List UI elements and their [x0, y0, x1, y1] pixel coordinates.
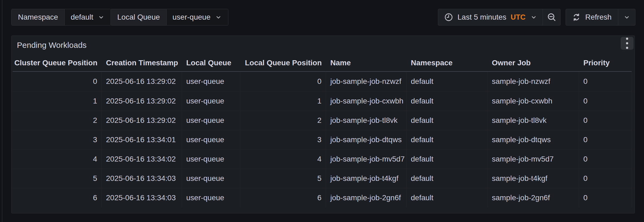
viewport-left-divider: [2, 0, 2, 222]
table-cell: job-sample-job-t4kgf: [326, 169, 407, 188]
column-header-owner-job[interactable]: Owner Job: [488, 55, 579, 71]
column-header-name[interactable]: Name: [326, 55, 407, 71]
table-cell: user-queue: [182, 149, 240, 169]
table-cell: user-queue: [182, 188, 240, 207]
table-cell: 5: [13, 169, 102, 188]
table-cell: user-queue: [182, 130, 240, 149]
table-cell: sample-job-nzwzf: [488, 72, 579, 91]
table-header-row: Cluster Queue PositionCreation Timestamp…: [13, 55, 632, 72]
refresh-button[interactable]: Refresh: [566, 9, 618, 25]
timezone-label: UTC: [511, 13, 526, 22]
table-cell: default: [407, 149, 488, 169]
table-cell: default: [407, 169, 488, 188]
table-cell: 0: [579, 130, 632, 149]
namespace-variable-label: Namespace: [12, 9, 64, 25]
table-cell: 2025-06-16 13:34:01: [102, 130, 182, 149]
table-cell: user-queue: [182, 91, 240, 110]
table-cell: 1: [13, 91, 102, 110]
zoom-out-button[interactable]: [543, 9, 560, 25]
table-cell: job-sample-job-cxwbh: [326, 91, 407, 110]
time-picker-group: Last 5 minutes UTC: [438, 9, 561, 26]
table-cell: 0: [240, 72, 326, 91]
kebab-menu-icon: [626, 38, 628, 40]
time-range-button[interactable]: Last 5 minutes UTC: [438, 9, 543, 25]
table-cell: default: [407, 72, 488, 91]
column-header-namespace[interactable]: Namespace: [407, 55, 488, 71]
table-cell: 3: [13, 130, 102, 149]
table-cell: user-queue: [182, 72, 240, 91]
table-cell: user-queue: [182, 111, 240, 130]
time-range-label: Last 5 minutes: [458, 13, 506, 22]
chevron-down-icon: [530, 13, 537, 21]
table-cell: sample-job-cxwbh: [488, 91, 579, 110]
table-cell: 2025-06-16 13:29:02: [102, 111, 182, 130]
table-body: 02025-06-16 13:29:02user-queue0job-sampl…: [13, 72, 632, 207]
namespace-variable-value: default: [71, 13, 93, 22]
table-cell: sample-job-tl8vk: [488, 111, 579, 130]
table-cell: default: [407, 91, 488, 110]
table-cell: 4: [240, 149, 326, 169]
table-cell: 2: [240, 111, 326, 130]
table-cell: user-queue: [182, 169, 240, 188]
panel-menu-button[interactable]: [621, 37, 634, 50]
table-cell: 0: [579, 169, 632, 188]
clock-icon: [444, 13, 453, 22]
table-cell: job-sample-job-mv5d7: [326, 149, 407, 169]
table-cell: 5: [240, 169, 326, 188]
table-cell: 0: [579, 188, 632, 207]
table-cell: default: [407, 111, 488, 130]
table-cell: job-sample-job-2gn6f: [326, 188, 407, 207]
table-cell: 4: [13, 149, 102, 169]
table-cell: 0: [579, 111, 632, 130]
magnifier-minus-icon: [547, 12, 557, 22]
sync-icon: [572, 13, 581, 22]
pending-workloads-table: Cluster Queue PositionCreation Timestamp…: [13, 55, 632, 207]
table-cell: 0: [579, 72, 632, 91]
table-row: 22025-06-16 13:29:02user-queue2job-sampl…: [13, 110, 632, 130]
table-cell: 2025-06-16 13:34:02: [102, 149, 182, 169]
pending-workloads-panel: Pending Workloads Cluster Queue Position…: [11, 35, 635, 213]
local-queue-variable-label: Local Queue: [111, 9, 166, 25]
table-row: 02025-06-16 13:29:02user-queue0job-sampl…: [13, 72, 632, 91]
local-queue-variable-value: user-queue: [173, 13, 211, 22]
table-row: 32025-06-16 13:34:01user-queue3job-sampl…: [13, 130, 632, 149]
table-cell: 1: [240, 91, 326, 110]
namespace-variable-select[interactable]: default: [64, 9, 111, 25]
table-cell: 0: [579, 149, 632, 169]
namespace-variable-control: Namespace default: [11, 9, 111, 26]
table-cell: 2025-06-16 13:34:03: [102, 188, 182, 207]
column-header-local-queue[interactable]: Local Queue: [182, 55, 240, 71]
refresh-interval-dropdown[interactable]: [618, 9, 635, 25]
table-row: 62025-06-16 13:34:03user-queue6job-sampl…: [13, 188, 632, 207]
chevron-down-icon: [215, 13, 222, 21]
table-row: 12025-06-16 13:29:02user-queue1job-sampl…: [13, 91, 632, 110]
table-cell: sample-job-t4kgf: [488, 169, 579, 188]
column-header-creation-timestamp[interactable]: Creation Timestamp: [102, 55, 182, 71]
table-cell: sample-job-2gn6f: [488, 188, 579, 207]
column-header-local-queue-position[interactable]: Local Queue Position: [240, 55, 326, 71]
table-cell: sample-job-dtqws: [488, 130, 579, 149]
chevron-down-icon: [623, 13, 631, 21]
local-queue-variable-select[interactable]: user-queue: [166, 9, 228, 25]
table-cell: default: [407, 188, 488, 207]
table-cell: 2025-06-16 13:29:02: [102, 91, 182, 110]
column-header-cluster-queue-position[interactable]: Cluster Queue Position: [13, 55, 102, 71]
table-cell: 2025-06-16 13:29:02: [102, 72, 182, 91]
panel-header: Pending Workloads: [12, 36, 635, 55]
table-row: 42025-06-16 13:34:02user-queue4job-sampl…: [13, 149, 632, 169]
table-cell: 6: [13, 188, 102, 207]
column-header-priority[interactable]: Priority: [579, 55, 632, 71]
table-cell: 0: [13, 72, 102, 91]
refresh-button-group: Refresh: [566, 9, 635, 26]
table-cell: job-sample-job-nzwzf: [326, 72, 407, 91]
refresh-button-label: Refresh: [585, 13, 612, 22]
table-cell: 2025-06-16 13:34:03: [102, 169, 182, 188]
panel-title: Pending Workloads: [17, 41, 87, 50]
table-cell: default: [407, 130, 488, 149]
chevron-down-icon: [97, 13, 105, 21]
table-cell: job-sample-job-dtqws: [326, 130, 407, 149]
table-row: 52025-06-16 13:34:03user-queue5job-sampl…: [13, 169, 632, 188]
local-queue-variable-control: Local Queue user-queue: [111, 9, 228, 26]
table-cell: 0: [579, 91, 632, 110]
table-cell: 3: [240, 130, 326, 149]
